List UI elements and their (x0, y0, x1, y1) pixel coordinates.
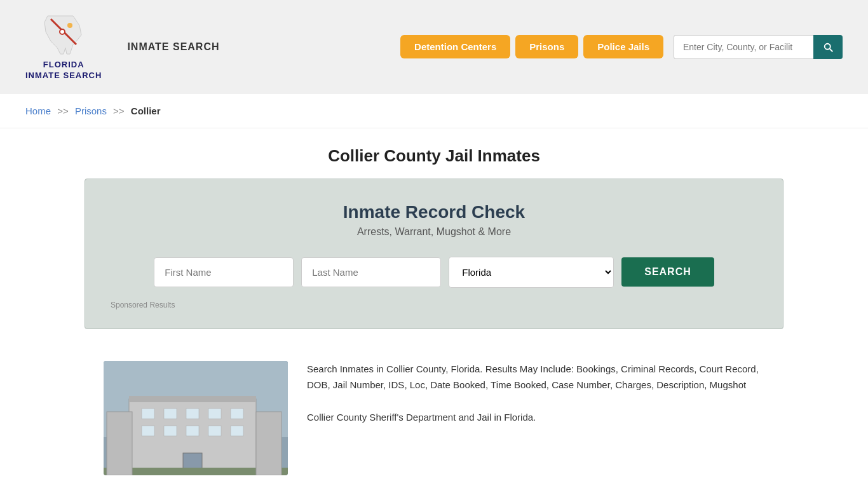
breadcrumb-sep1: >> (57, 105, 69, 116)
record-check-search-button[interactable]: SEARCH (621, 257, 714, 287)
last-name-input[interactable] (301, 257, 441, 287)
svg-rect-13 (231, 409, 243, 419)
breadcrumb-prisons[interactable]: Prisons (75, 105, 107, 116)
page-title-area: Collier County Jail Inmates (0, 128, 868, 179)
facility-image (104, 361, 288, 475)
prisons-button[interactable]: Prisons (515, 35, 578, 58)
bottom-paragraph2: Collier County Sheriff's Department and … (307, 409, 764, 426)
svg-rect-18 (231, 426, 243, 436)
record-check-subtitle: Arrests, Warrant, Mugshot & More (111, 226, 757, 238)
site-logo[interactable]: FLORIDA INMATE SEARCH (25, 13, 102, 81)
building-icon (104, 361, 288, 475)
svg-marker-0 (44, 16, 81, 54)
svg-rect-14 (142, 426, 154, 436)
record-check-form: AlabamaAlaskaArizonaArkansasCaliforniaCo… (111, 257, 757, 288)
svg-rect-12 (208, 409, 221, 419)
breadcrumb-current: Collier (131, 105, 161, 116)
header-inmate-search-label: INMATE SEARCH (127, 41, 219, 53)
svg-rect-17 (208, 426, 221, 436)
svg-rect-21 (107, 412, 132, 475)
svg-point-3 (60, 30, 64, 34)
svg-rect-9 (142, 409, 154, 419)
nav-area: Detention Centers Prisons Police Jails (400, 35, 843, 59)
svg-rect-16 (186, 426, 199, 436)
first-name-input[interactable] (154, 257, 294, 287)
record-check-box: Inmate Record Check Arrests, Warrant, Mu… (85, 179, 783, 329)
detention-centers-button[interactable]: Detention Centers (400, 35, 510, 58)
header-search-input[interactable] (674, 35, 813, 59)
record-check-title: Inmate Record Check (111, 202, 757, 222)
page-title: Collier County Jail Inmates (25, 146, 843, 166)
bottom-description: Search Inmates in Collier County, Florid… (307, 361, 764, 475)
svg-rect-22 (256, 412, 281, 475)
breadcrumb-sep2: >> (113, 105, 125, 116)
logo-text: FLORIDA INMATE SEARCH (25, 60, 102, 81)
sponsored-results: Sponsored Results (111, 301, 757, 309)
svg-rect-15 (164, 426, 177, 436)
svg-rect-10 (164, 409, 177, 419)
bottom-paragraph1: Search Inmates in Collier County, Florid… (307, 361, 764, 393)
breadcrumb-home[interactable]: Home (25, 105, 51, 116)
svg-point-4 (67, 23, 72, 28)
header-search-bar (674, 35, 843, 59)
svg-rect-11 (186, 409, 199, 419)
header-search-button[interactable] (813, 35, 843, 59)
search-icon (822, 41, 834, 53)
police-jails-button[interactable]: Police Jails (583, 35, 663, 58)
header: FLORIDA INMATE SEARCH INMATE SEARCH Dete… (0, 0, 868, 94)
svg-rect-8 (129, 396, 256, 402)
bottom-section: Search Inmates in Collier County, Florid… (53, 348, 815, 488)
breadcrumb: Home >> Prisons >> Collier (0, 94, 868, 128)
florida-map-icon (38, 13, 89, 57)
state-select[interactable]: AlabamaAlaskaArizonaArkansasCaliforniaCo… (449, 257, 614, 288)
